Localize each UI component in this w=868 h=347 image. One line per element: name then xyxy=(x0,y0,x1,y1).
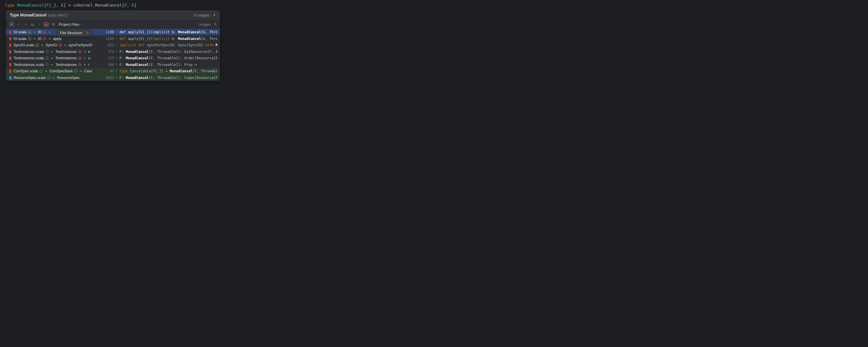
file-name: TestInstances.scala xyxy=(13,62,44,66)
folder-icon xyxy=(83,63,87,66)
file-name: IO.scala xyxy=(13,30,26,34)
folder-icon xyxy=(79,69,83,73)
class-name: TestInstances xyxy=(56,62,77,66)
t-green-badge: t xyxy=(45,63,49,66)
scala-file-icon xyxy=(8,76,12,80)
usage-arrow-icon xyxy=(115,56,118,60)
line-number: 1156 xyxy=(104,36,114,40)
code-line: type MonadCancel[F[_], E] = cekernel.Mon… xyxy=(0,3,226,10)
scala-file-icon xyxy=(8,63,12,66)
usages-popup: Type MonadCancel (cats.effect) 8 usages xyxy=(6,10,220,81)
line-number: 1108 xyxy=(104,30,114,34)
code-preview: type Cancelable[F[_]] = MonadCancel[F, T… xyxy=(115,69,217,73)
usages-count: 8 usages xyxy=(194,13,209,18)
usage-row[interactable]: ResourceSpec.scala c ResourceSpec 1033 F… xyxy=(6,74,220,81)
m-badge: m xyxy=(78,56,82,60)
usage-row[interactable]: TestInstances.scala t TestInstances m r … xyxy=(6,61,220,68)
class-name: TestInstances xyxy=(56,50,77,54)
folder-icon xyxy=(83,50,87,54)
file-name: TestInstances.scala xyxy=(13,56,44,60)
toolbar: m Project Files Usages xyxy=(6,20,220,29)
m-badge: m xyxy=(58,43,62,47)
usage-row[interactable]: ContSpec.scala t ContSpecBase t Canc 47 … xyxy=(6,68,220,74)
method-filter-button[interactable]: m xyxy=(43,22,49,28)
class-name: SyncIO xyxy=(46,43,57,47)
folder-icon xyxy=(63,43,67,47)
type-name: MonadCancel xyxy=(17,3,44,8)
file-name: IO.scala xyxy=(13,36,26,40)
usage-arrow-icon xyxy=(115,50,118,54)
code-preview: F: MonadCancel[F, Throwable]): Cogen[Res… xyxy=(115,75,217,80)
scala-file-icon xyxy=(8,50,12,54)
class-name: ContSpecBase xyxy=(50,69,73,73)
usage-row[interactable]: SyncIO.scala o SyncIO m syncForSyncIO 62… xyxy=(6,42,220,49)
folder-icon xyxy=(50,56,54,60)
folder-icon xyxy=(33,30,36,34)
info-button[interactable] xyxy=(36,22,42,28)
member-name: syncForSyncIO xyxy=(69,43,92,47)
class-name: IO xyxy=(38,36,42,40)
line-number: 172 xyxy=(104,50,114,54)
details-button[interactable] xyxy=(50,22,56,28)
usage-row[interactable]: IO.scala o IO m apply 1156 def apply[G[_… xyxy=(6,35,220,42)
usage-arrow-icon xyxy=(115,30,118,34)
code-preview: implicit def syncForSyncIO: Sync[SyncIO]… xyxy=(115,43,217,47)
member-name: e xyxy=(88,50,90,54)
folder-icon xyxy=(48,30,52,34)
folder-icon xyxy=(48,37,52,40)
usage-arrow-icon xyxy=(115,37,118,40)
pin-icon[interactable] xyxy=(213,13,216,18)
usage-row[interactable]: IO.scala o IO m 1108 def apply[G[_]](imp… xyxy=(6,29,220,36)
class-name: TestInstances xyxy=(56,56,77,60)
c-blue-badge: c xyxy=(47,76,50,79)
svg-rect-0 xyxy=(52,24,54,25)
line-number: 1033 xyxy=(104,75,114,80)
scala-file-icon xyxy=(8,37,12,40)
write-access-button[interactable] xyxy=(23,22,28,28)
folder-icon xyxy=(44,69,48,73)
hierarchy-button[interactable] xyxy=(9,22,14,28)
scala-file-icon xyxy=(8,56,12,60)
code-preview: def apply[G[_]](implicit G: MonadCancel[… xyxy=(115,36,217,40)
folder-icon xyxy=(50,50,54,54)
class-name: IO xyxy=(38,30,42,34)
folder-icon xyxy=(83,56,87,60)
read-access-button[interactable] xyxy=(16,22,22,28)
results-list: File Structure ^S IO.scala o IO m 1108 d… xyxy=(6,29,220,81)
m-badge: m xyxy=(78,50,82,53)
folder-icon xyxy=(52,76,56,80)
line-number: 47 xyxy=(104,69,114,73)
class-name: ResourceSpec xyxy=(57,75,80,80)
line-number: 177 xyxy=(104,56,114,60)
usage-row[interactable]: TestInstances.scala t TestInstances m e … xyxy=(6,48,220,55)
popup-subtitle: (cats.effect) xyxy=(48,13,68,18)
keyword-type: type xyxy=(5,3,15,8)
usage-arrow-icon xyxy=(115,76,118,80)
line-number: 196 xyxy=(104,62,114,66)
member-name: r xyxy=(88,62,89,66)
code-preview: F: MonadCancel[F, Throwable]): Order[Res… xyxy=(115,56,217,60)
file-structure-tooltip: File Structure ^S xyxy=(57,29,91,37)
popup-header: Type MonadCancel (cats.effect) 8 usages xyxy=(6,10,220,20)
tooltip-shortcut: ^S xyxy=(85,31,89,35)
scope-dropdown[interactable]: Project Files xyxy=(59,22,83,27)
usage-arrow-icon xyxy=(115,63,118,66)
popup-title: Type MonadCancel xyxy=(10,13,46,18)
new-folder-button[interactable] xyxy=(30,22,35,28)
scala-file-icon xyxy=(8,30,12,34)
file-name: ContSpec.scala xyxy=(13,69,38,73)
code-preview: def apply[G[_]](implicit G: MonadCancel[… xyxy=(115,30,217,34)
code-preview: F: MonadCancel[F, Throwable]): Prop = xyxy=(115,62,217,66)
t-green-badge: t xyxy=(39,69,43,73)
line-number: 622 xyxy=(104,43,114,47)
file-name: ResourceSpec.scala xyxy=(13,75,45,80)
folder-icon xyxy=(50,63,54,66)
tooltip-label: File Structure xyxy=(60,31,82,35)
usages-label: Usages xyxy=(198,22,211,27)
m-badge: m xyxy=(78,63,82,66)
t-purple-badge: t xyxy=(74,69,78,73)
usage-row[interactable]: TestInstances.scala t TestInstances m o … xyxy=(6,55,220,62)
gear-icon[interactable] xyxy=(214,22,217,27)
o-badge: o xyxy=(28,37,31,40)
usage-arrow-icon xyxy=(115,69,118,73)
